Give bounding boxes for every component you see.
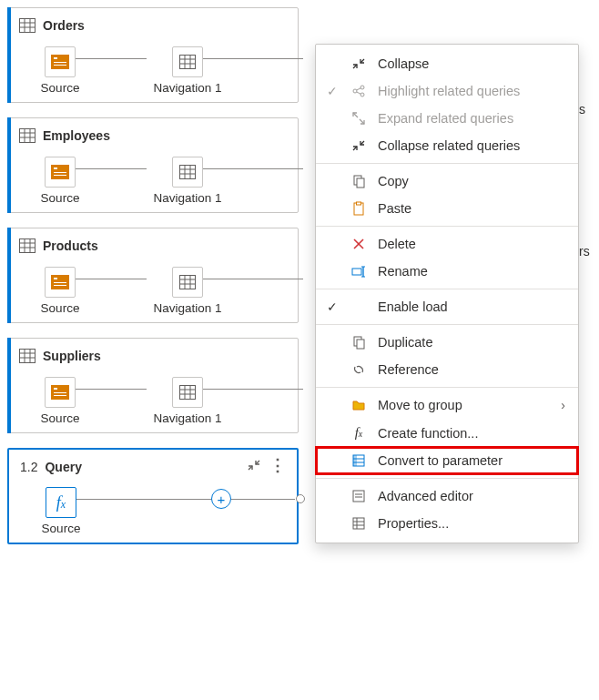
step-label: Source <box>41 191 80 205</box>
step-source[interactable]: Source <box>19 157 101 205</box>
step-source[interactable]: fx Source <box>20 487 102 535</box>
step-source[interactable]: Source <box>19 267 101 315</box>
menu-duplicate[interactable]: Duplicate <box>316 329 578 356</box>
cutoff-text: s <box>579 102 585 117</box>
menu-label: Expand related queries <box>378 111 565 126</box>
menu-expand-related[interactable]: Expand related queries <box>316 105 578 132</box>
collapse-icon <box>350 138 367 153</box>
step-label: Navigation 1 <box>153 301 221 315</box>
step-label: Source <box>41 301 80 315</box>
menu-reference[interactable]: Reference <box>316 356 578 383</box>
menu-paste[interactable]: Paste <box>316 195 578 222</box>
datasource-icon <box>45 46 76 77</box>
step-label: Source <box>41 411 80 425</box>
svg-point-40 <box>353 89 357 93</box>
step-navigation[interactable]: Navigation 1 <box>147 377 228 425</box>
svg-rect-15 <box>180 166 196 179</box>
step-navigation[interactable]: Navigation 1 <box>147 157 228 205</box>
svg-rect-46 <box>357 178 364 188</box>
collapse-icon[interactable] <box>248 459 260 474</box>
svg-point-41 <box>360 86 364 89</box>
step-label: Source <box>41 81 80 95</box>
step-navigation[interactable]: Navigation 1 <box>147 46 228 95</box>
query-title: Products <box>43 238 98 253</box>
step-source[interactable]: Source <box>19 377 101 425</box>
step-navigation[interactable]: Navigation 1 <box>147 267 228 315</box>
menu-copy[interactable]: Copy <box>316 167 578 195</box>
table-icon <box>172 267 203 298</box>
svg-rect-48 <box>357 202 361 205</box>
query-title: Suppliers <box>43 349 101 363</box>
table-icon <box>19 348 36 364</box>
menu-separator <box>316 163 578 164</box>
datasource-icon <box>45 377 76 408</box>
properties-icon <box>350 516 367 531</box>
menu-label: Paste <box>378 201 565 216</box>
svg-line-44 <box>357 92 361 94</box>
svg-rect-0 <box>20 19 36 33</box>
menu-label: Duplicate <box>378 335 565 350</box>
copy-icon <box>350 174 367 188</box>
svg-rect-10 <box>20 129 36 143</box>
menu-advanced-editor[interactable]: Advanced editor <box>316 482 578 510</box>
menu-rename[interactable]: Rename <box>316 258 578 285</box>
function-icon: fx <box>46 487 76 518</box>
table-icon <box>172 377 203 408</box>
step-label: Navigation 1 <box>153 191 221 205</box>
add-step-button[interactable]: + <box>211 489 231 509</box>
menu-label: Move to group <box>378 398 550 412</box>
share-icon <box>350 84 367 98</box>
table-icon <box>172 157 203 188</box>
menu-collapse-related[interactable]: Collapse related queries <box>316 132 578 159</box>
query-card-suppliers[interactable]: Suppliers Source Navigation 1 <box>7 338 299 433</box>
query-card-selected[interactable]: 1.2 Query ⋮ fx Source + <box>7 448 299 544</box>
menu-label: Collapse <box>378 56 565 71</box>
svg-rect-5 <box>180 56 196 69</box>
menu-label: Reference <box>378 362 565 377</box>
step-label: Navigation 1 <box>153 411 221 425</box>
svg-rect-20 <box>20 239 36 253</box>
svg-rect-61 <box>353 491 364 502</box>
svg-rect-56 <box>357 340 364 349</box>
menu-separator <box>316 387 578 388</box>
svg-rect-64 <box>353 518 364 529</box>
end-node <box>296 494 305 503</box>
svg-rect-25 <box>180 276 196 289</box>
menu-enable-load[interactable]: ✓ Enable load <box>316 293 578 320</box>
menu-move-to-group[interactable]: Move to group › <box>316 391 578 419</box>
query-title: Query <box>45 460 81 474</box>
svg-rect-30 <box>20 350 36 363</box>
svg-rect-35 <box>180 386 196 400</box>
more-icon[interactable]: ⋮ <box>269 459 286 474</box>
query-card-products[interactable]: Products Source Navigation 1 <box>7 228 299 323</box>
menu-separator <box>316 289 578 289</box>
menu-collapse[interactable]: Collapse <box>316 50 578 77</box>
table-icon <box>19 238 36 254</box>
svg-point-42 <box>360 93 364 96</box>
menu-convert-to-parameter[interactable]: Convert to parameter <box>316 447 578 474</box>
query-card-employees[interactable]: Employees Source Navigation 1 <box>7 117 299 213</box>
query-card-orders[interactable]: Orders Source Navigation 1 <box>7 7 299 103</box>
menu-properties[interactable]: Properties... <box>316 510 578 537</box>
menu-create-function[interactable]: fx Create function... <box>316 419 578 447</box>
svg-rect-51 <box>352 269 361 275</box>
menu-separator <box>316 226 578 227</box>
query-title: Employees <box>43 128 110 143</box>
table-icon <box>19 17 36 34</box>
table-icon <box>19 127 36 144</box>
menu-highlight-related[interactable]: ✓ Highlight related queries <box>316 77 578 105</box>
menu-label: Convert to parameter <box>378 453 565 468</box>
query-prefix: 1.2 <box>20 460 37 474</box>
step-label: Source <box>42 522 81 535</box>
menu-delete[interactable]: Delete <box>316 230 578 258</box>
context-menu: Collapse ✓ Highlight related queries Exp… <box>315 44 579 543</box>
svg-line-43 <box>357 88 361 90</box>
menu-label: Copy <box>378 174 565 188</box>
menu-label: Enable load <box>378 299 565 314</box>
step-source[interactable]: Source <box>19 46 101 95</box>
datasource-icon <box>45 157 76 188</box>
menu-label: Properties... <box>378 516 565 531</box>
collapse-icon <box>350 56 367 71</box>
menu-label: Rename <box>378 264 565 279</box>
menu-label: Highlight related queries <box>378 84 565 98</box>
